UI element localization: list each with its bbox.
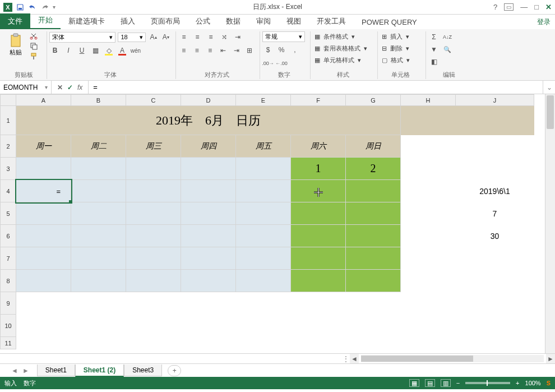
vertical-scrollbar[interactable]	[545, 94, 555, 353]
format-cells-button[interactable]: ▢ 格式 ▾	[380, 55, 411, 66]
login-link[interactable]: 登录	[537, 17, 551, 27]
row-header[interactable]: 4	[1, 180, 16, 202]
row-header[interactable]: 2	[1, 135, 16, 158]
weekday-header[interactable]: 周一	[16, 135, 71, 158]
orientation-icon[interactable]: ⤭	[219, 31, 230, 43]
close-icon[interactable]: ✕	[545, 3, 552, 11]
split-handle-icon[interactable]: ⋮	[342, 354, 350, 363]
cell[interactable]	[181, 225, 236, 247]
cell[interactable]	[346, 202, 401, 225]
tab-nav-prev-icon[interactable]: ◄	[11, 367, 18, 375]
copy-button[interactable]	[28, 41, 39, 50]
tab-developer[interactable]: 开发工具	[309, 13, 354, 29]
expand-formula-bar-icon[interactable]: ⌄	[543, 81, 555, 94]
tab-file[interactable]: 文件	[0, 13, 30, 29]
cell[interactable]: 2019\6\1	[456, 180, 534, 202]
view-page-break-icon[interactable]: ▥	[441, 379, 451, 387]
horizontal-scrollbar[interactable]	[361, 355, 544, 362]
autosum-icon[interactable]: Σ	[428, 31, 440, 43]
sogou-icon[interactable]: S	[547, 380, 551, 386]
row-header[interactable]: 6	[1, 225, 16, 247]
comma-icon[interactable]: ,	[289, 44, 300, 56]
phonetic-button[interactable]: wén	[130, 45, 141, 56]
percent-icon[interactable]: %	[276, 44, 287, 56]
cell[interactable]	[16, 270, 71, 292]
cell[interactable]	[181, 180, 236, 202]
tab-review[interactable]: 审阅	[248, 13, 279, 29]
zoom-out-icon[interactable]: −	[456, 380, 460, 386]
increase-decimal-icon[interactable]: .00→	[262, 58, 274, 69]
name-box[interactable]: EOMONTH▾	[0, 81, 52, 94]
cell[interactable]	[71, 270, 126, 292]
cell[interactable]	[236, 180, 291, 202]
cell[interactable]	[126, 225, 181, 247]
fx-icon[interactable]: fx	[77, 84, 82, 91]
cell[interactable]	[291, 180, 346, 202]
font-name-select[interactable]: 宋体▾	[49, 32, 115, 43]
tab-page-layout[interactable]: 页面布局	[143, 13, 188, 29]
help-icon[interactable]: ?	[493, 3, 497, 11]
cell[interactable]: 30	[456, 225, 534, 247]
row-header[interactable]: 9	[1, 292, 16, 315]
cell[interactable]	[71, 247, 126, 270]
minimize-icon[interactable]: —	[520, 3, 528, 11]
row-header[interactable]: 1	[1, 106, 16, 135]
row-header[interactable]: 11	[1, 337, 16, 349]
col-header[interactable]: H	[401, 95, 456, 106]
paste-button[interactable]: 粘贴	[6, 31, 26, 70]
cell[interactable]	[181, 158, 236, 180]
italic-button[interactable]: I	[63, 45, 74, 56]
active-cell[interactable]	[16, 180, 71, 202]
insert-cells-button[interactable]: ⊞ 插入 ▾	[380, 31, 411, 42]
col-header[interactable]: B	[71, 95, 126, 106]
sheet-tab[interactable]: Sheet3	[124, 365, 162, 376]
cell[interactable]	[346, 180, 401, 202]
tab-home[interactable]: 开始	[30, 12, 61, 29]
formula-input[interactable]: =	[89, 81, 543, 94]
align-right-icon[interactable]: ≡	[205, 45, 216, 56]
bold-button[interactable]: B	[49, 45, 61, 56]
cell[interactable]	[126, 158, 181, 180]
align-middle-icon[interactable]: ≡	[192, 31, 203, 43]
tab-insert[interactable]: 插入	[113, 13, 143, 29]
cell[interactable]	[346, 270, 401, 292]
spreadsheet-grid[interactable]: A B C D E F G H J 1 2019年 6月 日历 2 周一	[0, 94, 534, 349]
increase-font-icon[interactable]: A▴	[148, 31, 158, 43]
align-top-icon[interactable]: ≡	[178, 31, 189, 43]
cell[interactable]	[181, 247, 236, 270]
find-icon[interactable]: 🔍	[442, 44, 453, 55]
cell[interactable]	[236, 270, 291, 292]
currency-icon[interactable]: $	[262, 44, 274, 56]
cell[interactable]	[181, 202, 236, 225]
zoom-in-icon[interactable]: +	[516, 380, 519, 386]
indent-increase-icon[interactable]: ⇥	[231, 45, 242, 56]
maximize-icon[interactable]: □	[534, 3, 539, 11]
cell[interactable]	[346, 247, 401, 270]
weekday-header[interactable]: 周二	[71, 135, 126, 158]
cell[interactable]	[236, 225, 291, 247]
format-as-table-button[interactable]: ▦ 套用表格格式 ▾	[313, 43, 369, 54]
cell[interactable]	[71, 158, 126, 180]
undo-icon[interactable]	[28, 3, 37, 12]
zoom-slider[interactable]	[465, 382, 510, 384]
tab-formulas[interactable]: 公式	[188, 13, 218, 29]
cell[interactable]	[236, 158, 291, 180]
tab-view[interactable]: 视图	[279, 13, 309, 29]
cell[interactable]	[16, 225, 71, 247]
decrease-font-icon[interactable]: A▾	[161, 31, 171, 43]
weekday-header[interactable]: 周五	[236, 135, 291, 158]
conditional-format-button[interactable]: ▦ 条件格式 ▾	[313, 31, 357, 42]
row-header[interactable]: 3	[1, 158, 16, 180]
cell[interactable]	[181, 270, 236, 292]
cell[interactable]	[71, 180, 126, 202]
sheet-tab[interactable]: Sheet1	[37, 365, 75, 376]
cell[interactable]	[16, 202, 71, 225]
cell-styles-button[interactable]: ▦ 单元格样式 ▾	[313, 55, 363, 66]
cell[interactable]	[346, 225, 401, 247]
cell[interactable]: 2	[346, 158, 401, 180]
indent-decrease-icon[interactable]: ⇤	[218, 45, 229, 56]
col-header[interactable]: D	[181, 95, 236, 106]
wrap-text-icon[interactable]: ⇥	[232, 31, 243, 43]
cell[interactable]	[16, 158, 71, 180]
cell[interactable]	[291, 270, 346, 292]
